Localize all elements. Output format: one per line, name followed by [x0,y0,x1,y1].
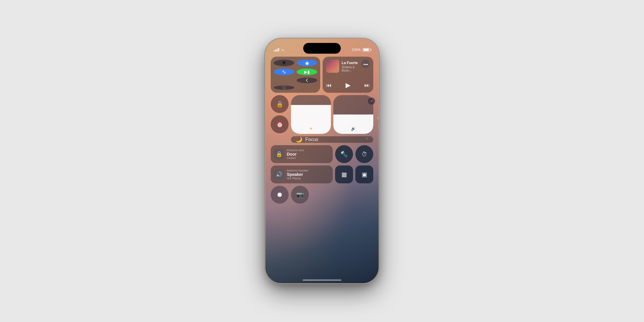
airplane-icon: ✈ [282,60,286,66]
record-button[interactable]: ⏺ [271,186,289,204]
alarm-icon: ⏰ [276,121,284,128]
lock-icon: 🔒 [276,100,284,108]
airplay-icon: ▴▬ [363,62,368,66]
record-icon: ⏺ [276,191,283,199]
screen-mirror-button[interactable]: ⬡ [274,86,294,90]
bedroom-label-small: Bedroom Speaker [287,169,309,172]
battery-fill [363,49,369,51]
screen-lock-button[interactable]: 🔒 [271,95,289,113]
calculator-button[interactable]: ▦ [335,165,353,183]
media-title: La Fuerte [342,61,359,65]
camera-button[interactable]: 📷 [291,186,309,204]
signal-side-icon: ⎍ [378,125,379,129]
entrance-label-small: Entrance Door [287,149,304,152]
music-side-icon: ♪ [378,107,379,111]
entrance-door-button[interactable]: 🔒 Entrance Door Door Locked [271,145,333,163]
dynamic-island [303,43,341,54]
volume-slider[interactable]: 🔊 [333,95,373,134]
bedroom-label-main: Speaker [287,172,309,177]
home-indicator [303,279,341,281]
cellular-icon: ▶▮ [304,69,310,74]
wifi-status-icon: ∿ [281,48,284,52]
status-right: 100% [352,48,370,52]
torch-button[interactable]: 🔦 [335,145,353,163]
entrance-text: Entrance Door Door Locked [287,149,304,160]
bedroom-speaker-button[interactable]: 🔊 Bedroom Speaker Speaker Not Playing [271,165,333,183]
screen-mirror-icon: ⬡ [283,86,286,90]
calculator-icon: ▦ [341,171,347,178]
media-info: La Fuerte Shakira & Bizarr... [342,61,359,72]
status-left: ∿ [274,48,284,52]
focus-chevron-icon: ⌃ [366,137,369,142]
like-button[interactable]: ♥ [368,97,375,105]
airplane-mode-button[interactable]: ✈ [274,60,294,66]
brightness-icon: ☀ [309,126,313,131]
play-pause-button[interactable]: ▶ [346,81,351,89]
brightness-slider[interactable]: ☀ [291,95,331,134]
next-button[interactable]: ⏭ [364,82,370,89]
album-art [326,60,339,73]
wifi-button[interactable]: ∿ [274,69,294,75]
screen-record-icon: ▣ [362,171,367,178]
bedroom-text: Bedroom Speaker Speaker Not Playing [287,169,309,180]
screen: ∿ 100% ✈ ◉ [265,39,379,283]
focus-button[interactable]: 🌙 Focus ⌃ [291,136,373,143]
cellular-button[interactable]: ▶▮ [297,69,317,75]
media-controls: ⏮ ▶ ⏭ [326,81,370,89]
control-center: ✈ ◉ ∿ ▶▮ 𐌂 ⬡ [271,57,373,274]
speaker-icon-bedroom: 🔊 [274,169,284,180]
bluetooth-icon: 𐌂 [306,78,308,83]
battery-percentage: 100% [352,48,361,52]
volume-icon: 🔊 [351,126,356,131]
signal-bars [274,48,279,52]
entrance-status: Locked [287,157,304,160]
entrance-label-main: Door [287,152,304,157]
lock-icon-entrance: 🔒 [274,149,284,160]
airplay-button[interactable]: ▴▬ [361,60,370,68]
screen-record-button[interactable]: ▣ [355,165,373,183]
connectivity-tile[interactable]: ✈ ◉ ∿ ▶▮ 𐌂 ⬡ [271,57,320,93]
airdrop-button[interactable]: ◉ [297,60,317,66]
bedroom-status: Not Playing [287,177,309,180]
clock-alarm-button[interactable]: ⏰ [271,115,289,133]
photo-side-icon: ⊙ [377,116,379,120]
bluetooth-button[interactable]: 𐌂 [297,78,317,83]
wifi-icon: ∿ [282,69,286,75]
torch-icon: 🔦 [340,151,348,158]
focus-label: Focus [305,137,363,142]
media-artist: Shakira & Bizarr... [342,66,359,72]
timer-icon: ⏱ [361,151,367,158]
moon-icon: 🌙 [296,136,302,143]
airdrop-icon: ◉ [305,60,309,66]
camera-icon: 📷 [296,191,304,198]
prev-button[interactable]: ⏮ [326,82,332,89]
timer-button[interactable]: ⏱ [355,145,373,163]
phone-outer: ∿ 100% ✈ ◉ [265,39,379,283]
media-player-tile[interactable]: La Fuerte Shakira & Bizarr... ▴▬ ⏮ ▶ ⏭ [323,57,373,93]
battery-icon [363,48,370,52]
heart-icon: ♥ [371,99,373,103]
